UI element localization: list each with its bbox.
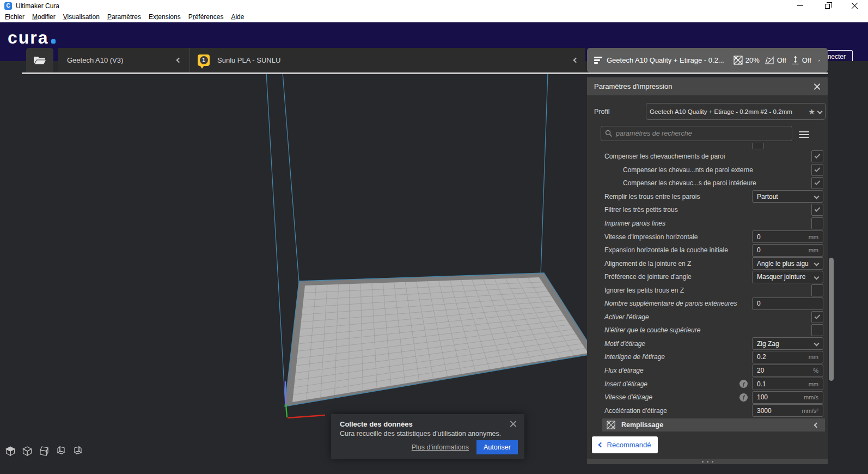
- cura-logo: cura: [8, 29, 56, 46]
- setting-input[interactable]: 20%: [752, 364, 823, 377]
- setting-label: Ignorer les petits trous en Z: [604, 287, 684, 294]
- view-top-icon[interactable]: [39, 446, 50, 457]
- restore-icon: [825, 4, 830, 9]
- settings-menu-icon[interactable]: [799, 130, 809, 139]
- restore-button[interactable]: [814, 0, 841, 11]
- setting-checkbox[interactable]: [811, 324, 823, 336]
- chevron-down-icon: [814, 261, 820, 266]
- setting-label: Alignement de la jointure en Z: [604, 260, 691, 268]
- setting-row: Vitesse d'étirageƒ100mm/s: [587, 391, 828, 404]
- setting-input[interactable]: 100mm/s: [752, 391, 823, 404]
- setting-label: Accélération d'étirage: [604, 407, 667, 415]
- setting-input[interactable]: 0.1mm: [752, 378, 823, 390]
- chevron-down-icon: [814, 274, 820, 279]
- panel-header: Paramètres d'impression: [587, 77, 828, 95]
- close-button[interactable]: [841, 0, 868, 11]
- setting-label: Vitesse d'impression horizontale: [604, 233, 698, 241]
- minimize-button[interactable]: [786, 0, 814, 11]
- logo-dot-icon: [51, 39, 56, 44]
- settings-search-input[interactable]: paramètres de recherche: [601, 126, 792, 141]
- section-remplissage[interactable]: Remplissage: [602, 418, 825, 432]
- summary-profile-name: Geetech A10 Quality + Etirage - 0.2...: [607, 56, 724, 64]
- checkmark-icon: [815, 313, 821, 319]
- print-setup-summary[interactable]: Geetech A10 Quality + Etirage - 0.2... 2…: [587, 48, 828, 72]
- setting-select[interactable]: Zig Zag: [752, 337, 823, 350]
- setting-row: Ignorer les petits trous en Z: [587, 283, 828, 297]
- cura-window: C Ultimaker Cura Fichier Modifier Visual…: [0, 0, 868, 474]
- view-left-icon[interactable]: [56, 446, 66, 457]
- setting-row: N'étirer que la couche supérieure: [587, 324, 828, 337]
- menu-fichier[interactable]: Fichier: [1, 11, 28, 22]
- material-selector[interactable]: 1 Sunlu PLA - SUNLU: [190, 48, 585, 72]
- view-3d-icon[interactable]: [5, 446, 16, 457]
- setting-row: Flux d'étirage20%: [587, 364, 828, 378]
- panel-resize-handle[interactable]: [587, 459, 828, 464]
- setting-row: Accélération d'étirage3000mm/s²: [587, 404, 828, 417]
- setting-label: Expansion horizontale de la couche initi…: [604, 246, 728, 254]
- clipped-checkbox: [752, 143, 764, 149]
- printer-name: Geetech A10 (V3): [67, 56, 123, 64]
- chevron-left-icon: [598, 442, 603, 448]
- print-settings-panel: Paramètres d'impression Profil Geetech A…: [587, 77, 828, 464]
- setting-label: Compenser les chevauchements de paroi: [604, 153, 725, 160]
- profile-select[interactable]: Geetech A10 Quality + Etirage - 0.2mm #2…: [646, 103, 826, 120]
- infill-icon: [733, 56, 743, 65]
- settings-scrollbar[interactable]: [829, 258, 834, 381]
- setting-input[interactable]: 3000mm/s²: [752, 404, 823, 417]
- summary-support: Off: [777, 56, 786, 64]
- setting-checkbox[interactable]: [811, 204, 823, 216]
- setting-checkbox[interactable]: [811, 164, 823, 176]
- panel-close-icon[interactable]: [814, 83, 821, 90]
- menu-parametres[interactable]: Paramètres: [103, 11, 145, 22]
- view-front-icon[interactable]: [22, 446, 33, 457]
- setting-checkbox[interactable]: [811, 177, 823, 189]
- section-label: Remplissage: [621, 421, 663, 429]
- setting-select[interactable]: Partout: [752, 190, 823, 203]
- menu-extensions[interactable]: Extensions: [145, 11, 185, 22]
- setting-label: Nombre supplémentaire de parois extérieu…: [604, 300, 737, 307]
- setting-row: Compenser les chevauchements de paroi: [587, 150, 828, 163]
- printer-selector[interactable]: Geetech A10 (V3): [58, 48, 190, 72]
- camera-view-buttons: [5, 446, 83, 457]
- star-icon[interactable]: ★: [808, 107, 815, 116]
- setting-select[interactable]: Angle le plus aigu: [752, 257, 823, 270]
- setting-input[interactable]: 0mm: [752, 244, 823, 257]
- setting-unit: %: [813, 367, 818, 374]
- dialog-close-icon[interactable]: [510, 420, 517, 427]
- setting-input[interactable]: 0: [752, 297, 823, 310]
- setting-label: Interligne de l'étirage: [604, 353, 665, 361]
- setting-unit: mm: [809, 234, 818, 240]
- more-info-link[interactable]: Plus d'informations: [412, 443, 469, 451]
- setting-checkbox[interactable]: [811, 217, 823, 229]
- setting-label: N'étirer que la couche supérieure: [604, 326, 700, 334]
- allow-button[interactable]: Autoriser: [476, 440, 518, 454]
- setting-checkbox[interactable]: [811, 284, 823, 296]
- menu-modifier[interactable]: Modifier: [28, 11, 59, 22]
- adhesion-icon: [791, 56, 799, 65]
- setting-checkbox[interactable]: [811, 311, 823, 323]
- setting-unit: mm: [809, 354, 818, 360]
- function-icon: ƒ: [739, 393, 748, 402]
- chevron-left-icon: [814, 422, 820, 428]
- recommended-mode-button[interactable]: Recommandé: [592, 436, 658, 453]
- setting-row: Compenser les chevau...nts de paroi exte…: [587, 163, 828, 177]
- profile-value: Geetech A10 Quality + Etirage - 0.2mm #2…: [650, 108, 805, 115]
- checkmark-icon: [815, 166, 821, 172]
- menu-visualisation[interactable]: Visualisation: [59, 11, 103, 22]
- checkmark-icon: [815, 153, 821, 159]
- setting-select[interactable]: Masquer jointure: [752, 271, 823, 283]
- setting-checkbox[interactable]: [811, 150, 823, 162]
- menu-aide[interactable]: Aide: [227, 11, 248, 22]
- panel-title: Paramètres d'impression: [594, 82, 672, 90]
- setting-row: Alignement de la jointure en ZAngle le p…: [587, 257, 828, 270]
- setting-input[interactable]: 0.2mm: [752, 351, 823, 363]
- checkmark-icon: [815, 206, 821, 212]
- setting-row: Expansion horizontale de la couche initi…: [587, 244, 828, 257]
- dialog-title: Collecte des données: [331, 414, 524, 430]
- setting-input[interactable]: 0mm: [752, 230, 823, 243]
- setting-label: Préférence de jointure d'angle: [604, 273, 692, 281]
- open-file-button[interactable]: [26, 48, 53, 72]
- chevron-down-icon: [814, 194, 820, 199]
- menu-preferences[interactable]: Préférences: [185, 11, 228, 22]
- view-right-icon[interactable]: [72, 446, 83, 457]
